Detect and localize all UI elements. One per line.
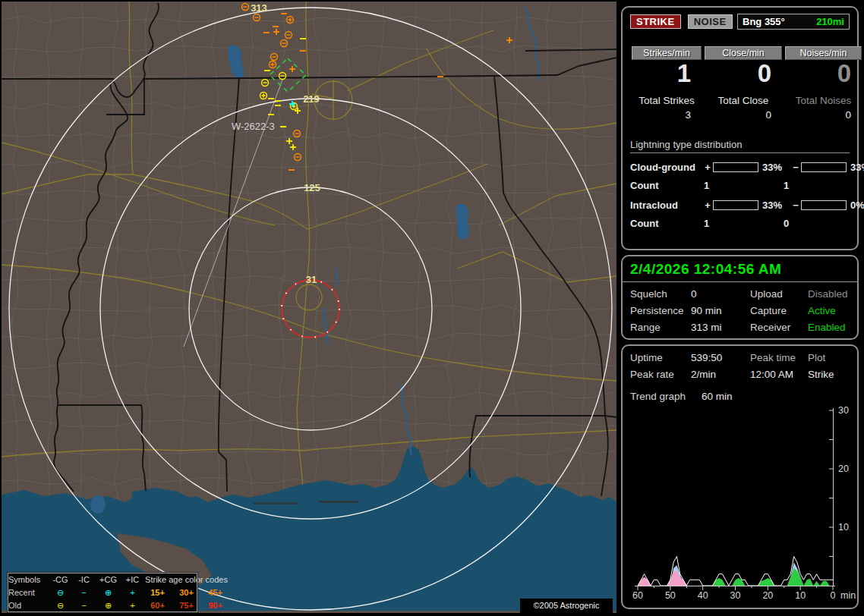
capture-label: Capture [750, 305, 808, 316]
total-close-label: Total Close [703, 95, 784, 106]
cg-negative-count: 1 [784, 180, 850, 191]
trend-x-tick: 50 [665, 590, 676, 601]
persistence-label: Persistence [630, 305, 691, 316]
copyright-text: ©2005 Astrogenic Systems [520, 599, 613, 613]
trend-graph: 6050403020100min102030 [630, 404, 857, 602]
trend-series-intracloud [638, 568, 833, 586]
map-canvas[interactable]: 313 219 125 31 W-2622-3 − Symbols -CG -I… [2, 2, 616, 613]
ring-label-31: 31 [306, 274, 317, 285]
legend-header-age: Strike age color codes [143, 574, 229, 585]
datetime-display: 2/4/2026 12:04:56 AM [630, 261, 850, 278]
ic-negative-bar [801, 200, 847, 210]
legend-header-ic-pos: +IC [121, 574, 143, 585]
age-15: 15+ [143, 587, 172, 598]
trend-x-tick: 40 [698, 590, 708, 601]
ic-negative-pct: 0% [847, 200, 864, 211]
total-strikes-label: Total Strikes [630, 95, 703, 106]
trend-x-tick: 20 [762, 590, 773, 601]
total-noises-value: 0 [784, 109, 863, 121]
divider [623, 281, 857, 282]
ic-positive-count: 1 [704, 218, 784, 229]
squelch-label: Squelch [630, 288, 691, 300]
receiver-status: Enabled [808, 322, 850, 333]
cg-pos-old-icon: ⊕ [95, 600, 121, 611]
strikes-per-min-button[interactable]: Strikes/min [632, 46, 702, 60]
ic-neg-old-icon: − [73, 600, 95, 611]
cg-neg-recent-icon: ⊖ [48, 587, 73, 598]
trend-x-unit: min [840, 590, 856, 601]
squelch-value: 0 [691, 288, 750, 300]
ic-positive-bar [713, 200, 758, 210]
plot-mode-value: Strike [808, 369, 850, 380]
cg-negative-pct: 33% [847, 162, 864, 173]
age-30: 30+ [172, 587, 201, 598]
noises-per-min-button[interactable]: Noises/min [785, 46, 862, 60]
cg-neg-old-icon: ⊖ [48, 600, 73, 611]
trend-window-value: 60 min [702, 391, 850, 402]
legend-header-cg-pos: +CG [95, 574, 121, 585]
age-45: 45+ [201, 587, 229, 598]
cg-pos-recent-icon: ⊕ [95, 587, 121, 598]
total-close-value: 0 [703, 109, 784, 121]
map-legend: Symbols -CG -IC +CG +IC Strike age color… [8, 573, 197, 612]
trend-y-tick: 10 [838, 522, 849, 533]
age-75: 75+ [172, 600, 201, 611]
cg-positive-count: 1 [704, 180, 784, 191]
trend-y-tick: 20 [838, 464, 849, 474]
intracloud-label: Intracloud [630, 200, 702, 211]
receiver-label: Receiver [750, 322, 808, 333]
trend-x-tick: 60 [632, 590, 643, 601]
legend-header-cg-neg: -CG [48, 574, 73, 585]
ic-negative-count: 0 [784, 218, 850, 229]
noises-per-min-value: 0 [784, 60, 863, 87]
distribution-heading: Lightning type distribution [630, 139, 850, 153]
status-panel: 2/4/2026 12:04:56 AM Squelch 0 Upload Di… [621, 255, 859, 340]
strike-stats-panel: STRIKE NOISE Bng 355° 210mi Strikes/min … [621, 6, 859, 250]
ic-pos-recent-icon: + [121, 587, 143, 598]
cg-positive-pct: 33% [758, 162, 790, 173]
peak-time-header: Peak time [750, 352, 808, 363]
peak-rate-label: Peak rate [630, 369, 691, 380]
strikes-per-min-value: 1 [630, 60, 703, 87]
age-60: 60+ [143, 600, 172, 611]
map-graphic: 313 219 125 31 W-2622-3 − [2, 2, 616, 613]
upload-status: Disabled [808, 288, 850, 300]
cg-positive-bar [713, 162, 758, 172]
total-strikes-value: 3 [630, 109, 703, 121]
capture-status: Active [808, 305, 850, 316]
persistence-value: 90 min [691, 305, 750, 316]
minus-sign: − [790, 200, 801, 211]
total-noises-label: Total Noises [784, 95, 863, 106]
close-per-min-value: 0 [703, 60, 784, 87]
peak-rate-value: 2/min [691, 369, 750, 380]
upload-label: Upload [750, 288, 808, 300]
ring-label-219: 219 [303, 93, 320, 105]
range-value: 313 mi [691, 322, 750, 333]
close-per-min-button[interactable]: Close/min [705, 46, 782, 60]
plus-sign: + [702, 200, 713, 211]
trend-x-tick: 0 [831, 590, 836, 601]
range-label: Range [630, 322, 691, 333]
bearing-value: Bng 355° [743, 16, 785, 27]
peak-time-value: 12:00 AM [750, 369, 808, 380]
trend-graph-label: Trend graph [630, 391, 702, 402]
strike-button[interactable]: STRIKE [630, 14, 681, 29]
uptime-label: Uptime [630, 352, 691, 363]
cg-count-label: Count [630, 180, 704, 191]
plus-sign: + [702, 162, 713, 173]
trend-y-tick: 30 [838, 405, 849, 416]
storm-cell-label: W-2622-3 [232, 121, 275, 132]
legend-header-ic-neg: -IC [73, 574, 95, 585]
noise-button[interactable]: NOISE [688, 14, 733, 29]
legend-row-recent-label: Recent [8, 587, 48, 598]
legend-header-symbols: Symbols [8, 574, 48, 585]
ring-label-313: 313 [251, 2, 267, 14]
plot-header: Plot [808, 352, 850, 363]
ic-count-label: Count [630, 218, 704, 229]
age-90: 90+ [201, 600, 229, 611]
uptime-value: 539:50 [691, 352, 750, 363]
cloud-ground-label: Cloud-ground [630, 162, 702, 173]
ic-neg-recent-icon: − [73, 587, 95, 598]
trend-x-tick: 30 [730, 590, 741, 601]
trend-panel: Uptime 539:50 Peak time Plot Peak rate 2… [621, 344, 859, 609]
